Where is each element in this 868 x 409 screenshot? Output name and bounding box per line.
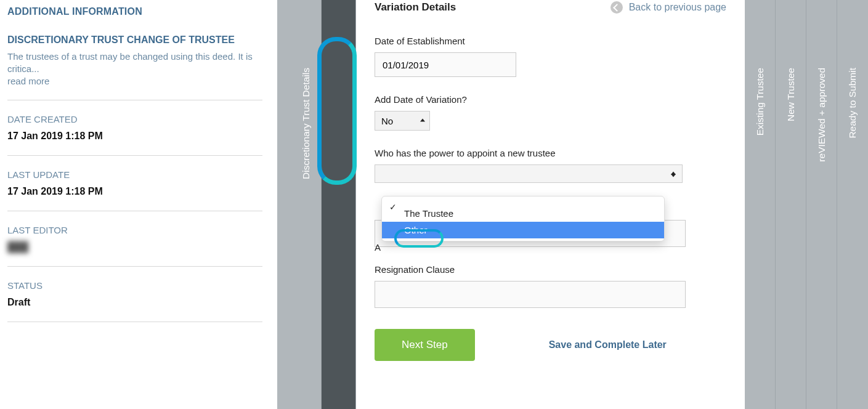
step-active-highlight — [317, 37, 357, 185]
last-editor-label: LAST EDITOR — [7, 225, 262, 235]
app-root: ADDITIONAL INFORMATION DISCRETIONARY TRU… — [0, 0, 868, 409]
add-date-variation-label: Add Date of Variation? — [375, 94, 726, 105]
save-complete-later-link[interactable]: Save and Complete Later — [549, 339, 667, 350]
step-existing-trustee[interactable]: Existing Trustee — [745, 0, 776, 409]
step-new-trustee[interactable]: New Trustee — [776, 0, 806, 409]
power-option-other[interactable]: Other — [382, 222, 664, 238]
divider — [7, 322, 262, 322]
date-establishment-input[interactable] — [375, 52, 516, 77]
divider — [7, 266, 262, 267]
doc-desc: The trustees of a trust may be changed u… — [7, 51, 262, 76]
step-existing-trustee-label: Existing Trustee — [755, 68, 766, 136]
page-title: Variation Details — [375, 1, 456, 14]
step-ready-submit-label: Ready to Submit — [847, 68, 858, 139]
divider — [7, 211, 262, 211]
last-editor-value: ███ — [7, 241, 262, 253]
step-prev[interactable]: Discretionary Trust Details — [291, 0, 322, 409]
date-establishment-label: Date of Establishment — [375, 36, 726, 46]
resignation-input[interactable] — [375, 281, 686, 308]
divider — [7, 100, 262, 100]
back-link-label: Back to previous page — [629, 2, 726, 13]
back-link[interactable]: Back to previous page — [610, 1, 726, 14]
power-option-trustee[interactable]: The Trustee — [382, 205, 664, 222]
step-reviewed-approved-label: reVIEWed + approved — [816, 68, 827, 162]
step-reviewed-approved[interactable]: reVIEWed + approved — [806, 0, 837, 409]
power-appoint-dropdown[interactable]: The Trustee Other — [381, 196, 665, 241]
read-more-link[interactable]: read more — [7, 76, 262, 86]
status-value: Draft — [7, 297, 262, 308]
divider — [7, 155, 262, 156]
date-created-label: DATE CREATED — [7, 114, 262, 124]
status-label: STATUS — [7, 280, 262, 291]
doc-title: DISCRETIONARY TRUST CHANGE OF TRUSTEE — [7, 34, 262, 46]
appointor-label-partial: A — [375, 242, 381, 253]
info-heading: ADDITIONAL INFORMATION — [7, 6, 262, 17]
resignation-label: Resignation Clause — [375, 264, 726, 275]
step-ready-submit[interactable]: Ready to Submit — [837, 0, 868, 409]
step-prev-label: Discretionary Trust Details — [301, 68, 312, 179]
add-date-variation-select[interactable]: No — [375, 111, 430, 131]
last-update-value: 17 Jan 2019 1:18 PM — [7, 186, 262, 197]
arrow-left-icon — [610, 1, 623, 14]
power-appoint-select[interactable] — [375, 164, 683, 183]
step-new-trustee-label: New Trustee — [785, 68, 797, 121]
spacer-strip — [277, 0, 291, 409]
step-active[interactable]: Variation Details — [322, 0, 356, 409]
last-update-label: LAST UPDATE — [7, 169, 262, 180]
info-panel: ADDITIONAL INFORMATION DISCRETIONARY TRU… — [0, 0, 277, 409]
power-option-blank[interactable] — [382, 199, 664, 205]
form-panel: Variation Details Back to previous page … — [356, 0, 745, 409]
date-created-value: 17 Jan 2019 1:18 PM — [7, 131, 262, 142]
next-step-button[interactable]: Next Step — [375, 329, 475, 361]
power-appoint-label: Who has the power to appoint a new trust… — [375, 148, 726, 158]
right-steps: Existing Trustee New Trustee reVIEWed + … — [745, 0, 868, 409]
